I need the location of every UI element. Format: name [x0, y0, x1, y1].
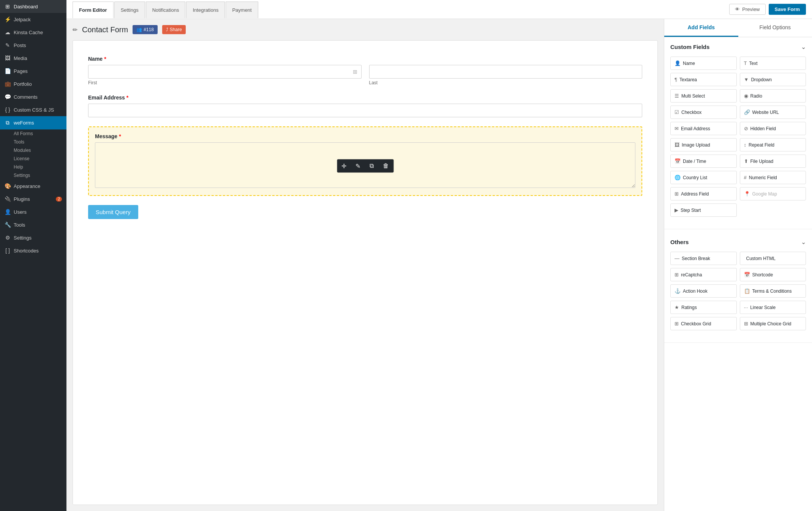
- field-btn-text[interactable]: T Text: [740, 57, 806, 70]
- field-label: Address Field: [681, 191, 709, 197]
- section-header-others: Others ⌄: [670, 238, 806, 246]
- preview-button[interactable]: 👁 Preview: [729, 4, 765, 15]
- main-content: Form EditorSettingsNotificationsIntegrat…: [66, 0, 812, 511]
- sidebar-item-settings[interactable]: ⚙ Settings: [0, 231, 66, 244]
- field-icon-google-map: 📍: [744, 191, 750, 197]
- sidebar-label-users: Users: [14, 209, 27, 215]
- tab-notifications[interactable]: Notifications: [146, 2, 186, 18]
- field-label: Hidden Field: [750, 126, 776, 131]
- comments-icon: 💬: [5, 94, 11, 100]
- field-btn-date--time[interactable]: 📅 Date / Time: [670, 155, 737, 168]
- share-button[interactable]: ⤴ Share: [162, 25, 186, 34]
- field-btn-checkbox-grid[interactable]: ⊞ Checkbox Grid: [670, 317, 737, 330]
- submit-button[interactable]: Submit Query: [88, 205, 138, 219]
- field-btn-checkbox[interactable]: ☑ Checkbox: [670, 106, 737, 119]
- field-btn-dropdown[interactable]: ▼ Dropdown: [740, 73, 806, 86]
- sidebar-item-posts[interactable]: ✎ Posts: [0, 39, 66, 52]
- sidebar-sub-settings[interactable]: Settings: [0, 171, 66, 180]
- field-icon-multiple-choice-grid: ⊞: [744, 321, 748, 326]
- sidebar-item-kinsta-cache[interactable]: ☁ Kinsta Cache: [0, 26, 66, 39]
- tab-integrations[interactable]: Integrations: [186, 2, 225, 18]
- field-btn-textarea[interactable]: ¶ Textarea: [670, 73, 737, 86]
- sidebar-item-custom-css-js[interactable]: { } Custom CSS & JS: [0, 103, 66, 116]
- edit-field-button[interactable]: ✎: [351, 159, 365, 172]
- sidebar-items: ⊞ Dashboard ⚡ Jetpack ☁ Kinsta Cache ✎ P…: [0, 0, 66, 257]
- field-icon-multi-select: ☰: [675, 93, 679, 99]
- tab-payment[interactable]: Payment: [226, 2, 258, 18]
- fb-button[interactable]: 👥 #118: [133, 25, 158, 34]
- field-icon-linear-scale: ···: [744, 304, 748, 310]
- tab-field-options[interactable]: Field Options: [738, 19, 812, 37]
- field-btn-website-url[interactable]: 🔗 Website URL: [740, 106, 806, 119]
- section-others: Others ⌄— Section Break Custom HTML⊞ reC…: [664, 232, 812, 339]
- field-btn-action-hook[interactable]: ⚓ Action Hook: [670, 284, 737, 298]
- sidebar-sub-tools[interactable]: Tools: [0, 138, 66, 146]
- message-required-star: *: [119, 133, 121, 139]
- field-icon-recaptcha: ⊞: [675, 272, 679, 278]
- field-btn-name[interactable]: 👤 Name: [670, 57, 737, 70]
- delete-button[interactable]: 🗑: [378, 159, 393, 172]
- field-btn-image-upload[interactable]: 🖼 Image Upload: [670, 138, 737, 151]
- sidebar-item-pages[interactable]: 📄 Pages: [0, 65, 66, 77]
- required-star: *: [104, 56, 106, 62]
- right-panel: Add Fields Field Options Custom Fields ⌄…: [664, 19, 812, 511]
- field-btn-multiple-choice-grid[interactable]: ⊞ Multiple Choice Grid: [740, 317, 806, 330]
- field-icon-email-address: ✉: [675, 126, 679, 131]
- field-btn-multi-select[interactable]: ☰ Multi Select: [670, 89, 737, 103]
- tab-settings[interactable]: Settings: [114, 2, 145, 18]
- save-form-button[interactable]: Save Form: [769, 4, 806, 15]
- sidebar-item-portfolio[interactable]: 💼 Portfolio: [0, 77, 66, 90]
- field-btn-radio[interactable]: ◉ Radio: [740, 89, 806, 103]
- name-label: Name *: [88, 56, 642, 62]
- sidebar-sub-license[interactable]: License: [0, 155, 66, 163]
- name-fields: ⊞ First Last: [88, 65, 642, 85]
- sidebar-item-media[interactable]: 🖼 Media: [0, 52, 66, 65]
- chevron-custom-fields[interactable]: ⌄: [801, 43, 806, 50]
- sidebar-item-shortcodes[interactable]: [ ] Shortcodes: [0, 244, 66, 257]
- field-btn-address-field[interactable]: ⊞ Address Field: [670, 187, 737, 200]
- first-name-input[interactable]: ⊞: [88, 65, 362, 79]
- field-btn-hidden-field[interactable]: ⊘ Hidden Field: [740, 122, 806, 135]
- sidebar-item-users[interactable]: 👤 Users: [0, 205, 66, 218]
- sidebar-sub-help[interactable]: Help: [0, 163, 66, 171]
- sidebar-item-plugins[interactable]: 🔌 Plugins 2: [0, 192, 66, 205]
- sidebar-item-dashboard[interactable]: ⊞ Dashboard: [0, 0, 66, 13]
- last-label: Last: [369, 80, 643, 85]
- field-btn-linear-scale[interactable]: ··· Linear Scale: [740, 301, 806, 314]
- field-btn-recaptcha[interactable]: ⊞ reCaptcha: [670, 268, 737, 281]
- last-name-input[interactable]: [369, 65, 643, 79]
- field-btn-section-break[interactable]: — Section Break: [670, 252, 737, 265]
- sidebar-item-comments[interactable]: 💬 Comments: [0, 90, 66, 103]
- sidebar-item-weforms[interactable]: ⧉ weForms: [0, 116, 66, 129]
- field-btn-file-upload[interactable]: ⬆ File Upload: [740, 155, 806, 168]
- tab-form-editor[interactable]: Form Editor: [73, 2, 114, 18]
- sidebar-sub-modules[interactable]: Modules: [0, 146, 66, 155]
- field-icon-dropdown: ▼: [744, 77, 749, 82]
- field-btn-step-start[interactable]: ▶ Step Start: [670, 203, 737, 217]
- email-input[interactable]: [88, 104, 642, 117]
- field-btn-repeat-field[interactable]: ↕ Repeat Field: [740, 138, 806, 151]
- field-label: Checkbox: [681, 110, 701, 115]
- field-icon-shortcode: 📅: [744, 272, 750, 278]
- field-btn-numeric-field[interactable]: # Numeric Field: [740, 171, 806, 184]
- field-btn-terms--conditions[interactable]: 📋 Terms & Conditions: [740, 284, 806, 298]
- sidebar-item-appearance[interactable]: 🎨 Appearance: [0, 180, 66, 192]
- sidebar-label-shortcodes: Shortcodes: [14, 248, 39, 254]
- input-icon: ⊞: [353, 69, 357, 75]
- sidebar-item-tools[interactable]: 🔧 Tools: [0, 218, 66, 231]
- field-btn-shortcode[interactable]: 📅 Shortcode: [740, 268, 806, 281]
- chevron-others[interactable]: ⌄: [801, 238, 806, 246]
- field-btn-email-address[interactable]: ✉ Email Address: [670, 122, 737, 135]
- duplicate-button[interactable]: ⧉: [365, 159, 378, 172]
- field-btn-google-map: 📍 Google Map: [740, 187, 806, 200]
- sidebar-sub-all-forms[interactable]: All Forms: [0, 129, 66, 138]
- field-btn-ratings[interactable]: ★ Ratings: [670, 301, 737, 314]
- tab-add-fields[interactable]: Add Fields: [664, 19, 738, 37]
- section-custom-fields: Custom Fields ⌄👤 NameT Text¶ Textarea▼ D…: [664, 37, 812, 226]
- field-btn-custom-html[interactable]: Custom HTML: [740, 252, 806, 265]
- field-label: Step Start: [681, 208, 701, 213]
- sidebar-item-jetpack[interactable]: ⚡ Jetpack: [0, 13, 66, 26]
- field-icon-checkbox: ☑: [675, 109, 679, 115]
- move-button[interactable]: ✛: [337, 159, 351, 172]
- field-btn-country-list[interactable]: 🌐 Country List: [670, 171, 737, 184]
